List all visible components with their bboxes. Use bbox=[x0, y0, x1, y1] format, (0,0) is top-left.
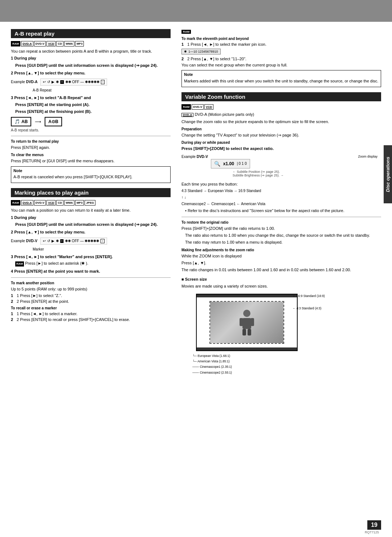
ab-repeat-title: A-B repeat play bbox=[11, 29, 171, 38]
eleventh-step1: 1 1 Press [◄, ►] to select the marker pi… bbox=[181, 42, 381, 46]
marking-title: Marking places to play again bbox=[11, 188, 171, 197]
divider3 bbox=[181, 217, 381, 217]
format-vcd: VCD bbox=[46, 41, 56, 46]
fine-adj-text2: Press [▲, ▼]. bbox=[181, 260, 381, 266]
screen-size-heading: ■ Screen size bbox=[181, 277, 381, 282]
ab-step3: 3 Press [◄, ►] to select "A-B Repeat" an… bbox=[11, 95, 171, 133]
divider2 bbox=[11, 277, 171, 278]
svg-rect-1 bbox=[242, 318, 251, 329]
format-dvdv: DVD-V bbox=[34, 41, 46, 46]
mark-another-2: 2 2 Press [ENTER] at the point. bbox=[11, 299, 171, 304]
ab-repeat-section: A-B repeat play RAM DVD-A DVD-V VCD CD W… bbox=[11, 29, 171, 183]
format-wma: WMA bbox=[64, 41, 74, 46]
marking-step1: 1 During play Press [GUI DISP] until the… bbox=[11, 215, 171, 228]
format-ram: RAM bbox=[11, 41, 20, 46]
during-heading: During play or while paused bbox=[181, 140, 381, 145]
marking-step4: 4 Press [ENTER] at the point you want to… bbox=[11, 269, 171, 274]
right-column: RAM To mark the eleventh point and beyon… bbox=[178, 29, 381, 381]
zoom-display-area: Example DVD-V Zoom display 🔍 x1.00 | 0 1… bbox=[181, 155, 381, 179]
screen-43-border bbox=[209, 301, 284, 344]
marking-step2: 2 Press [▲, ▼] to select the play menu. … bbox=[11, 229, 171, 252]
mfmt-dvdv: DVD-V bbox=[34, 200, 46, 206]
svg-rect-3 bbox=[250, 318, 254, 326]
screen-labels-bottom: └─ European Vista (1.66:1) └─ American V… bbox=[192, 353, 309, 375]
zfmt-ram: RAM bbox=[181, 104, 191, 110]
svg-rect-5 bbox=[248, 329, 251, 335]
format-dvda: DVD-A bbox=[21, 41, 33, 46]
marker-pin-display: ✱ 1—10 12345678910 bbox=[181, 49, 381, 54]
zoom-bits: | 0 1 0 bbox=[237, 162, 247, 166]
ab-menu-image: ↩ ↺ ▶ ✱ + ✱✱ OFF — ✱✱✱✱✱ ↑ bbox=[40, 78, 107, 86]
ab-repeat-formats: RAM DVD-A DVD-V VCD CD WMA MP3 bbox=[11, 41, 171, 46]
prep-text: Change the setting "TV Aspect" to suit y… bbox=[181, 133, 381, 138]
zoom-icon: 🔍 bbox=[214, 161, 220, 167]
prep-heading: Preparation bbox=[181, 127, 381, 132]
ab-step1: 1 During play Press [GUI DISP] until the… bbox=[11, 56, 171, 68]
person-svg bbox=[236, 308, 258, 337]
marking-step2-caption: Marker bbox=[33, 247, 171, 252]
to-clear-text: Press [RETURN] or [GUI DISP] until the m… bbox=[11, 158, 171, 164]
to-return-text: Press [ENTER] again. bbox=[11, 145, 171, 150]
zoom-dvda-note: DVD-A DVD-A (Motion picture parts only) bbox=[181, 112, 381, 117]
step3-ram-badge: RAM bbox=[15, 261, 24, 267]
recall-1: 1 1 Press [◄, ►] to select a marker. bbox=[11, 312, 171, 316]
eleventh-extra: You can select the next group when the c… bbox=[181, 62, 381, 68]
ab-note-box: Note A-B repeat is canceled when you pre… bbox=[11, 166, 171, 183]
mfmt-cd: CD bbox=[56, 200, 64, 206]
ab-box-aob: A⊙B bbox=[45, 117, 62, 126]
recall-2: 2 2 Press [ENTER] to recall or press [SH… bbox=[11, 317, 171, 322]
aspect-ratio-chain: 4:3 Standard → European Vista → 16:9 Sta… bbox=[181, 188, 381, 207]
during-bold: Press [SHIFT]+[ZOOM] to select the aspec… bbox=[181, 146, 381, 151]
variable-zoom-title: Variable Zoom function bbox=[181, 92, 381, 101]
screen-labels-right: ← 16:9 Standard (16:9) ← 4:3 Standard (4… bbox=[293, 294, 325, 311]
svg-rect-2 bbox=[240, 318, 243, 326]
svg-rect-4 bbox=[242, 329, 246, 335]
zoom-value: x1.00 bbox=[223, 161, 234, 166]
eleventh-step2: 2 2 Press [▲, ▼] to select "11–20". bbox=[181, 57, 381, 61]
ab-step2: 2 Press [▲, ▼] to select the play menu. … bbox=[11, 70, 171, 93]
marking-section: Marking places to play again RAM DVD-A D… bbox=[11, 188, 171, 322]
zoom-display-label: Zoom display bbox=[211, 155, 381, 158]
mark-another-1: 1 1 Press [►] to select "Z.". bbox=[11, 293, 171, 298]
to-return-heading: To return to the normal play bbox=[11, 139, 171, 144]
zoom-box: 🔍 x1.00 | 0 1 0 bbox=[211, 159, 250, 168]
ab-intro: You can repeat a section between points … bbox=[11, 49, 171, 54]
rqt-label: RQT7125 bbox=[365, 530, 379, 534]
mfmt-mp3: MP3 bbox=[75, 200, 84, 206]
marking-step3: 3 Press [◄, ►] to select "Marker" and pr… bbox=[11, 254, 171, 267]
mfmt-vcd: VCD bbox=[46, 200, 56, 206]
page-number: 19 bbox=[367, 520, 381, 530]
svg-point-0 bbox=[243, 310, 250, 317]
ram-note-box: Note Markers added with this unit clear … bbox=[181, 70, 381, 87]
side-tab: Disc operations bbox=[384, 145, 392, 203]
restore-bullet1: The ratio also returns to 1.00 when you … bbox=[185, 233, 381, 238]
divider1 bbox=[11, 136, 171, 136]
ab-note-text: A-B repeat is canceled when you press [S… bbox=[13, 174, 168, 180]
marking-step2-example: Example DVD-V ↩ ↺ ▶ ✱ + ✱✱ OFF — ✱✱✱✱✱ ↑ bbox=[11, 237, 171, 245]
fine-adj-heading: Making fine adjustments to the zoom rati… bbox=[181, 248, 381, 253]
mfmt-ram: RAM bbox=[11, 200, 20, 206]
screen-size-diagram: ← 16:9 Standard (16:9) ← 4:3 Standard (4… bbox=[185, 294, 309, 375]
zoom-intro: Change the zoom ratio so the picture exp… bbox=[181, 119, 381, 125]
to-clear-heading: To clear the menus bbox=[11, 152, 171, 158]
format-cd: CD bbox=[56, 41, 64, 46]
ab-step2-caption: A-B Repeat bbox=[33, 88, 171, 93]
restore-bullet2: The ratio may return to 1.00 when a menu… bbox=[185, 240, 381, 245]
zfmt-dvdv: DVD-V bbox=[192, 104, 204, 110]
fine-adj-text3: The ratio changes in 0.01 units between … bbox=[181, 267, 381, 273]
ratio-note: • Refer to the disc's instructions and "… bbox=[185, 208, 381, 213]
pin-box: ✱ 1—10 12345678910 bbox=[181, 49, 221, 54]
left-column: A-B repeat play RAM DVD-A DVD-V VCD CD W… bbox=[11, 29, 178, 381]
fine-adj-text1: While the ZOOM icon is displayed bbox=[181, 253, 381, 259]
restore-heading: To restore the original ratio bbox=[181, 220, 381, 225]
marking-intro: You can mark a position so you can retur… bbox=[11, 208, 171, 213]
marking-menu-image: ↩ ↺ ▶ ✱ + ✱✱ OFF — ✱✱✱✱✱ ↑ bbox=[40, 237, 107, 245]
ram-badge-right: RAM bbox=[181, 30, 191, 34]
restore-text1: Press [SHIFT]+[ZOOM] until the ratio ret… bbox=[181, 226, 381, 231]
mark-eleventh-heading: To mark the eleventh point and beyond bbox=[181, 36, 381, 41]
zfmt-vcd: VCD bbox=[204, 104, 213, 110]
screen-size-text: Movies are made using a variety of scree… bbox=[181, 284, 381, 289]
variable-zoom-section: Variable Zoom function RAM DVD-V VCD DVD… bbox=[181, 92, 381, 375]
ab-box-ab: 🎵 AB bbox=[11, 117, 31, 126]
ab-starts-label: A-B repeat starts. bbox=[11, 128, 171, 133]
